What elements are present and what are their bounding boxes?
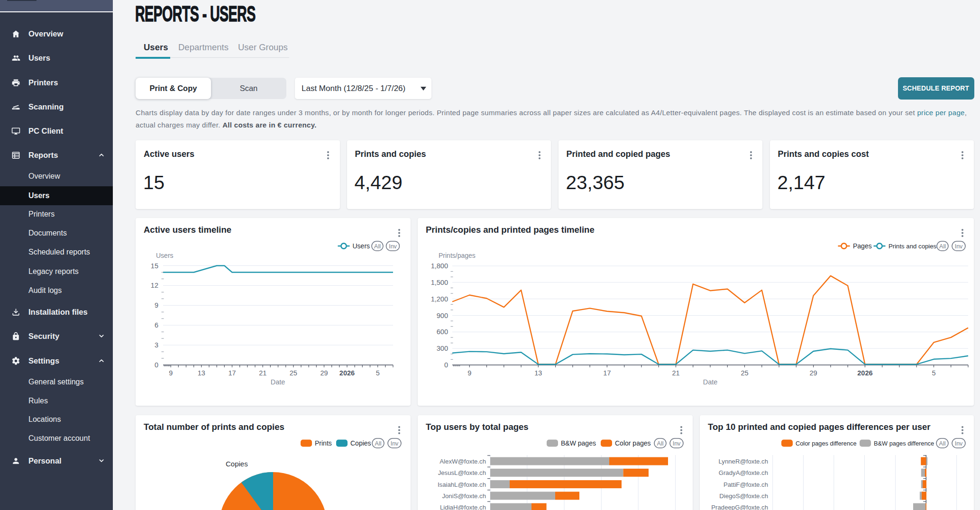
- svg-text:9: 9: [169, 369, 173, 377]
- svg-text:25: 25: [741, 369, 748, 377]
- svg-text:9: 9: [467, 369, 471, 377]
- svg-text:Inv: Inv: [955, 243, 963, 250]
- svg-text:17: 17: [603, 369, 611, 377]
- svg-text:17: 17: [228, 369, 236, 377]
- svg-text:13: 13: [534, 369, 542, 377]
- svg-text:15: 15: [151, 262, 158, 270]
- svg-text:5: 5: [932, 369, 935, 377]
- svg-text:6: 6: [155, 321, 158, 329]
- svg-text:AlexW@foxte.ch: AlexW@foxte.ch: [440, 458, 486, 465]
- svg-text:Date: Date: [271, 378, 285, 386]
- svg-text:All: All: [657, 440, 664, 447]
- svg-text:0: 0: [444, 361, 448, 369]
- svg-text:All: All: [374, 243, 381, 250]
- svg-text:Prints/pages: Prints/pages: [439, 252, 476, 259]
- svg-text:Pages: Pages: [853, 242, 872, 250]
- svg-text:12: 12: [151, 282, 158, 289]
- svg-text:DiegoS@foxte.ch: DiegoS@foxte.ch: [719, 492, 768, 500]
- svg-text:PradeepG@foxte.ch: PradeepG@foxte.ch: [711, 504, 768, 510]
- svg-text:Inv: Inv: [391, 440, 399, 447]
- svg-text:21: 21: [672, 369, 679, 377]
- svg-text:JesusL@foxte.ch: JesusL@foxte.ch: [438, 469, 486, 476]
- svg-text:Users: Users: [156, 252, 174, 259]
- svg-text:Copies: Copies: [350, 439, 371, 447]
- svg-text:25: 25: [290, 369, 297, 377]
- svg-text:600: 600: [437, 328, 448, 336]
- svg-text:LidiaH@foxte.ch: LidiaH@foxte.ch: [440, 504, 486, 510]
- svg-text:1,500: 1,500: [431, 279, 448, 286]
- svg-text:9: 9: [155, 301, 158, 309]
- svg-text:PattiF@foxte.ch: PattiF@foxte.ch: [724, 481, 768, 488]
- svg-text:29: 29: [320, 369, 328, 377]
- svg-text:B&W pages: B&W pages: [561, 439, 596, 447]
- svg-text:300: 300: [437, 345, 448, 352]
- svg-text:5: 5: [376, 369, 380, 377]
- svg-text:Date: Date: [703, 378, 718, 386]
- svg-text:All: All: [939, 243, 946, 250]
- svg-text:Color pages: Color pages: [615, 439, 651, 447]
- svg-text:B&W pages difference: B&W pages difference: [874, 440, 934, 447]
- svg-text:All: All: [375, 440, 382, 447]
- svg-text:13: 13: [198, 369, 205, 377]
- svg-text:2026: 2026: [339, 369, 355, 377]
- svg-text:3: 3: [155, 341, 158, 349]
- svg-text:IsaiahL@foxte.ch: IsaiahL@foxte.ch: [438, 481, 486, 488]
- svg-text:2026: 2026: [857, 369, 872, 377]
- svg-text:900: 900: [437, 312, 448, 319]
- svg-text:Prints: Prints: [315, 439, 332, 447]
- svg-text:Copies: Copies: [226, 460, 248, 468]
- svg-text:LynneR@foxte.ch: LynneR@foxte.ch: [718, 458, 768, 465]
- svg-text:Inv: Inv: [955, 440, 963, 447]
- svg-text:1,200: 1,200: [431, 295, 448, 303]
- svg-text:21: 21: [259, 369, 266, 377]
- svg-text:Inv: Inv: [673, 440, 681, 447]
- svg-text:GradyA@foxte.ch: GradyA@foxte.ch: [719, 469, 768, 476]
- svg-text:Users: Users: [353, 242, 370, 250]
- svg-text:29: 29: [810, 369, 817, 377]
- svg-text:Prints and copies: Prints and copies: [888, 243, 937, 250]
- svg-text:1,800: 1,800: [431, 262, 448, 270]
- svg-text:Color pages difference: Color pages difference: [796, 440, 857, 447]
- svg-text:All: All: [939, 440, 946, 447]
- svg-text:JoniS@foxte.ch: JoniS@foxte.ch: [442, 492, 486, 500]
- svg-text:Inv: Inv: [389, 243, 397, 250]
- svg-text:0: 0: [155, 361, 158, 369]
